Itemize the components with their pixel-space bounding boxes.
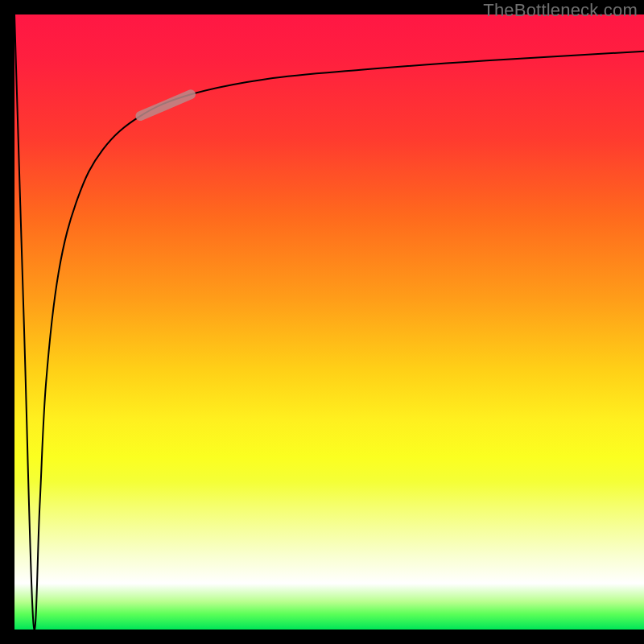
attribution-watermark: TheBottleneck.com xyxy=(483,0,638,21)
curve-layer xyxy=(14,14,644,630)
curve-highlight-segment xyxy=(140,94,191,116)
chart-frame: TheBottleneck.com xyxy=(0,0,644,644)
bottleneck-curve xyxy=(14,14,644,630)
plot-area xyxy=(14,14,644,630)
